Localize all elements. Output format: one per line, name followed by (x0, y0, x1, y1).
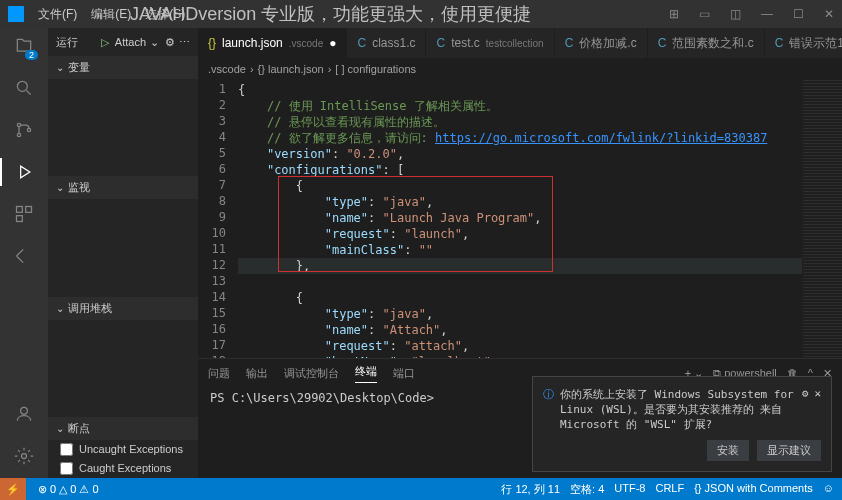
svg-point-7 (21, 407, 28, 414)
svg-point-1 (17, 123, 20, 126)
vscode-icon (8, 6, 24, 22)
uncaught-checkbox[interactable]: Uncaught Exceptions (48, 440, 198, 459)
eol[interactable]: CRLF (655, 482, 684, 497)
tab-launch-json[interactable]: {}launch.json.vscode● (198, 28, 347, 58)
svg-point-3 (27, 128, 30, 131)
tab-debug-console[interactable]: 调试控制台 (284, 366, 339, 381)
close-icon[interactable]: ✕ (824, 7, 834, 21)
tab-price[interactable]: C价格加减.c (555, 28, 648, 58)
indentation[interactable]: 空格: 4 (570, 482, 604, 497)
svg-point-2 (17, 133, 20, 136)
tab-class1[interactable]: Cclass1.c (347, 28, 426, 58)
tab-dirty-icon: ● (329, 36, 336, 50)
svg-point-8 (22, 454, 27, 459)
tab-output[interactable]: 输出 (246, 366, 268, 381)
info-icon: ⓘ (543, 387, 554, 432)
variables-section[interactable]: 变量 (48, 56, 198, 79)
minimap[interactable] (802, 80, 842, 358)
start-debug-icon[interactable]: ▷ (101, 36, 109, 49)
explorer-icon[interactable]: 2 (12, 34, 36, 58)
watch-section[interactable]: 监视 (48, 176, 198, 199)
encoding[interactable]: UTF-8 (614, 482, 645, 497)
run-label: 运行 (56, 35, 101, 50)
maximize-icon[interactable]: ☐ (793, 7, 804, 21)
window-controls: ⊞ ▭ ◫ — ☐ ✕ (669, 7, 834, 21)
callstack-section[interactable]: 调用堆栈 (48, 297, 198, 320)
tab-error[interactable]: C错误示范1.c (765, 28, 842, 58)
language-mode[interactable]: {} JSON with Comments (694, 482, 813, 497)
search-icon[interactable] (12, 76, 36, 100)
watermark-text: JAVAHDversion 专业版，功能更强大，使用更便捷 (130, 2, 531, 26)
notif-gear-icon[interactable]: ⚙ (802, 387, 809, 432)
config-name[interactable]: Attach (115, 36, 146, 48)
tab-ports[interactable]: 端口 (393, 366, 415, 381)
notif-close-icon[interactable]: ✕ (814, 387, 821, 432)
show-suggestion-button[interactable]: 显示建议 (757, 440, 821, 461)
run-header: 运行 ▷ Attach ⌄ ⚙ ⋯ (48, 28, 198, 56)
sidebar-icon[interactable]: ◫ (730, 7, 741, 21)
settings-icon[interactable] (12, 444, 36, 468)
terminal[interactable]: PS C:\Users\29902\Desktop\Code> ⓘ你的系统上安装… (198, 387, 842, 478)
file-badge: 2 (25, 50, 38, 60)
svg-rect-4 (17, 207, 23, 213)
activity-bar: 2 (0, 28, 48, 478)
tab-prime[interactable]: C范围素数之和.c (648, 28, 765, 58)
notification: ⓘ你的系统上安装了 Windows Subsystem for Linux (W… (532, 376, 832, 472)
remote-indicator[interactable]: ⚡ (0, 478, 26, 500)
bottom-panel: 问题 输出 调试控制台 终端 端口 + ⌄ ⧉ powershell 🗑 ^ ✕… (198, 358, 842, 478)
menu-file[interactable]: 文件(F) (32, 4, 83, 25)
remote-icon[interactable] (12, 244, 36, 268)
config-dropdown-icon[interactable]: ⌄ (150, 36, 159, 49)
debug-sidebar: 运行 ▷ Attach ⌄ ⚙ ⋯ 变量 监视 调用堆栈 断点 Uncaught… (48, 28, 198, 478)
status-bar: ⚡ ⊗ 0 △ 0 ⚠ 0 行 12, 列 11 空格: 4 UTF-8 CRL… (0, 478, 842, 500)
install-button[interactable]: 安装 (707, 440, 749, 461)
svg-rect-5 (26, 207, 32, 213)
extensions-icon[interactable] (12, 202, 36, 226)
source-control-icon[interactable] (12, 118, 36, 142)
code-editor[interactable]: { // 使用 IntelliSense 了解相关属性。 // 悬停以查看现有属… (238, 80, 802, 358)
more-icon[interactable]: ⋯ (179, 36, 190, 49)
svg-rect-6 (17, 216, 23, 222)
layout-icon[interactable]: ⊞ (669, 7, 679, 21)
breakpoints-section[interactable]: 断点 (48, 417, 198, 440)
minimize-icon[interactable]: — (761, 7, 773, 21)
tab-test[interactable]: Ctest.ctestcollection (426, 28, 554, 58)
account-icon[interactable] (12, 402, 36, 426)
cursor-position[interactable]: 行 12, 列 11 (501, 482, 560, 497)
editor-area: {}launch.json.vscode● Cclass1.c Ctest.ct… (198, 28, 842, 478)
debug-icon[interactable] (12, 160, 36, 184)
breadcrumb[interactable]: .vscode › {} launch.json › [ ] configura… (198, 58, 842, 80)
caught-checkbox[interactable]: Caught Exceptions (48, 459, 198, 478)
notif-text: 你的系统上安装了 Windows Subsystem for Linux (WS… (560, 387, 796, 432)
panel-icon[interactable]: ▭ (699, 7, 710, 21)
feedback-icon[interactable]: ☺ (823, 482, 834, 497)
tab-problems[interactable]: 问题 (208, 366, 230, 381)
tab-terminal[interactable]: 终端 (355, 364, 377, 383)
line-gutter: 123456789101112131415161718192021222324 (198, 80, 238, 358)
status-errors[interactable]: ⊗ 0 △ 0 ⚠ 0 (38, 483, 99, 496)
editor-tabs: {}launch.json.vscode● Cclass1.c Ctest.ct… (198, 28, 842, 58)
svg-point-0 (17, 81, 27, 91)
gear-icon[interactable]: ⚙ (165, 36, 175, 49)
